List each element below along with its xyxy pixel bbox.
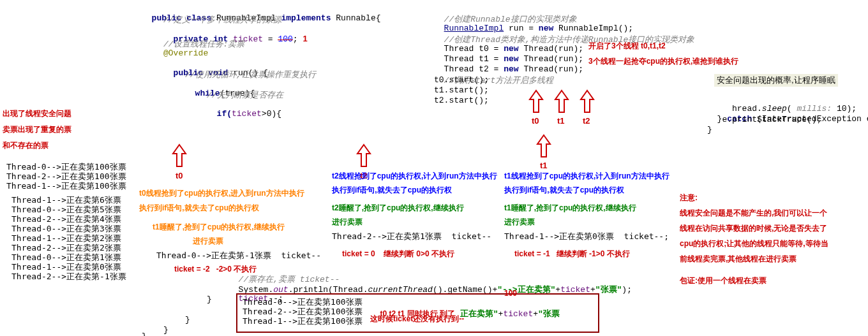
far-right-l4: e.printStackTrace(); bbox=[707, 115, 821, 124]
far-right-l1: 安全问题出现的概率,让程序睡眠 bbox=[714, 74, 838, 87]
box-red-2: 这时候ticket还没有执行到-- bbox=[370, 314, 464, 325]
console-100-3: Thread-1-->正在卖第100张票 bbox=[6, 180, 126, 192]
arrow-small-t2-label: t2 bbox=[583, 116, 590, 126]
problem-line-3: 和不存在的票 bbox=[3, 140, 49, 151]
arrow-small-t2-icon bbox=[580, 89, 595, 115]
arrow-small-t0-icon bbox=[528, 89, 544, 115]
t2-green-1: t2睡醒了,抢到了cpu的执行权,继续执行 bbox=[332, 203, 464, 214]
problem-line-2: 卖票出现了重复的票 bbox=[3, 124, 71, 135]
note-l4: 前线程卖完票,其他线程在进行卖票 bbox=[680, 254, 797, 265]
code-if: if(ticket>0){ bbox=[207, 99, 281, 119]
far-right-l5: } bbox=[707, 125, 712, 135]
brace-2: } bbox=[185, 315, 190, 325]
t0-orange-2: 执行到if语句,就失去了cpu的执行权 bbox=[139, 203, 259, 214]
box-100: 100 bbox=[504, 289, 517, 298]
note-l2: 线程在访问共享数据的时候,无论是否失去了 bbox=[680, 223, 827, 234]
note-title: 注意: bbox=[680, 193, 698, 203]
rcode-start1: t1.start(); bbox=[434, 85, 489, 95]
rcode-start0: t0.start(); bbox=[434, 75, 489, 85]
t2-out: Thread-2-->正在卖第1张票 ticket-- bbox=[332, 231, 491, 242]
arrow-small-t0-label: t0 bbox=[532, 116, 539, 126]
arrow-t2-icon bbox=[356, 143, 371, 169]
box-out-3: Thread-1-->正在卖第100张票 bbox=[243, 316, 363, 327]
problem-line-1: 出现了线程安全问题 bbox=[3, 108, 71, 119]
arrow-small-t1-icon bbox=[554, 89, 569, 115]
note-l3: cpu的执行权;让其他的线程只能等待,等待当 bbox=[680, 238, 828, 249]
console-seq-9: Thread-2-->正在卖第-1张票 bbox=[11, 271, 126, 282]
brace-1: } bbox=[207, 295, 212, 304]
red-right-2: 3个线程一起抢夺cpu的执行权,谁抢到谁执行 bbox=[588, 56, 738, 67]
note-l1: 线程安全问题是不能产生的,我们可以让一个 bbox=[680, 208, 827, 219]
t0-orange-4: 进行卖票 bbox=[193, 236, 223, 247]
t0-out: Thread-0-->正在卖第-1张票 ticket-- bbox=[156, 250, 321, 261]
brace-3: } bbox=[163, 325, 168, 335]
arrow-t1-icon bbox=[536, 134, 551, 159]
arrow-t1-label: t1 bbox=[540, 161, 548, 170]
t0-orange-3: t1睡醒了,抢到了cpu的执行权,继续执行 bbox=[153, 222, 285, 233]
t2-green-2: 进行卖票 bbox=[332, 217, 363, 228]
t1-red: ticket = -1 继续判断 -1>0 不执行 bbox=[514, 249, 630, 259]
t0-orange-1: t0线程抢到了cpu的执行权,进入到run方法中执行 bbox=[139, 188, 304, 199]
arrow-small-t1-label: t1 bbox=[557, 116, 565, 126]
arrow-t0-label: t0 bbox=[176, 171, 183, 180]
t1-blue-1: t1线程抢到了cpu的执行权,计入到run方法中执行 bbox=[504, 171, 670, 182]
code-println: System.out.println(Thread.currentThread(… bbox=[228, 274, 632, 295]
red-right-1: 开启了3个线程 t0,t1,t2 bbox=[588, 41, 666, 52]
t1-green-2: 进行卖票 bbox=[504, 217, 535, 228]
t2-red: ticket = 0 继续判断 0>0 不执行 bbox=[342, 249, 454, 259]
t1-green-1: t1睡醒了,抢到了cpu的执行权,继续执行 bbox=[504, 203, 636, 214]
brace-4: } bbox=[142, 332, 147, 336]
t2-blue-2: 执行到if语句,就失去了cpu的执行权 bbox=[332, 185, 452, 196]
code-override: @Override bbox=[163, 48, 208, 58]
note-l5: 包证:使用一个线程在卖票 bbox=[680, 275, 767, 286]
t2-blue-1: t2线程抢到了cpu的执行权,计入到run方法中执行 bbox=[332, 171, 497, 182]
t1-blue-2: 执行到if语句,就失去了cpu的执行权 bbox=[504, 185, 624, 196]
rcode-start2: t2.start(); bbox=[434, 96, 489, 105]
arrow-t0-icon bbox=[172, 143, 187, 169]
t1-out: Thread-1-->正在卖第0张票 ticket--; bbox=[504, 231, 669, 242]
